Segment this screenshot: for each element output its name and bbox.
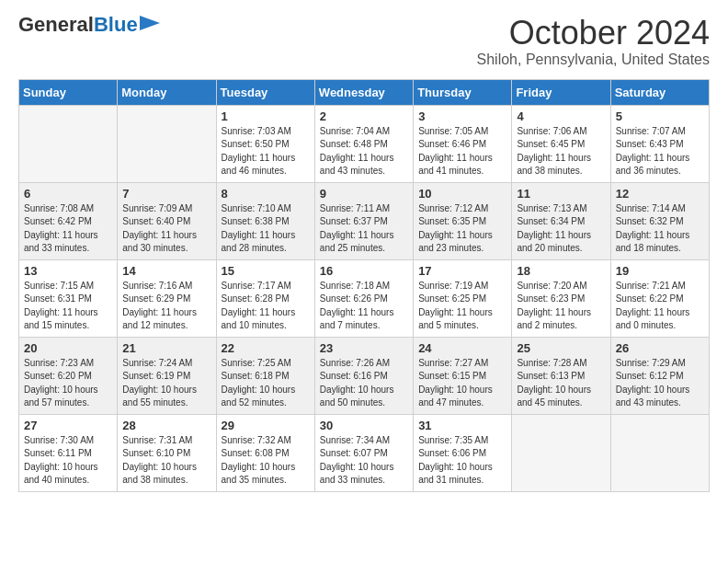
calendar-cell bbox=[19, 105, 118, 182]
calendar-week-row: 20Sunrise: 7:23 AM Sunset: 6:20 PM Dayli… bbox=[19, 337, 710, 414]
cell-info: Sunrise: 7:23 AM Sunset: 6:20 PM Dayligh… bbox=[24, 358, 98, 408]
cell-info: Sunrise: 7:29 AM Sunset: 6:12 PM Dayligh… bbox=[616, 358, 690, 408]
day-number: 4 bbox=[517, 109, 605, 123]
day-number: 26 bbox=[616, 341, 704, 355]
cell-info: Sunrise: 7:17 AM Sunset: 6:28 PM Dayligh… bbox=[222, 281, 296, 331]
cell-info: Sunrise: 7:14 AM Sunset: 6:32 PM Dayligh… bbox=[616, 203, 690, 254]
day-number: 24 bbox=[418, 341, 506, 355]
cell-info: Sunrise: 7:07 AM Sunset: 6:43 PM Dayligh… bbox=[616, 126, 690, 177]
day-number: 12 bbox=[616, 187, 704, 201]
day-number: 6 bbox=[24, 187, 112, 201]
cell-info: Sunrise: 7:12 AM Sunset: 6:35 PM Dayligh… bbox=[418, 203, 493, 254]
calendar-cell: 23Sunrise: 7:26 AM Sunset: 6:16 PM Dayli… bbox=[314, 337, 413, 414]
svg-marker-0 bbox=[140, 16, 160, 30]
day-number: 2 bbox=[320, 109, 408, 123]
calendar-cell: 15Sunrise: 7:17 AM Sunset: 6:28 PM Dayli… bbox=[216, 259, 314, 337]
day-number: 30 bbox=[320, 419, 408, 432]
calendar-cell bbox=[118, 105, 216, 182]
calendar-cell: 18Sunrise: 7:20 AM Sunset: 6:23 PM Dayli… bbox=[512, 259, 610, 337]
title-block: October 2024 Shiloh, Pennsylvania, Unite… bbox=[477, 15, 710, 68]
cell-info: Sunrise: 7:03 AM Sunset: 6:50 PM Dayligh… bbox=[222, 126, 296, 177]
cell-info: Sunrise: 7:21 AM Sunset: 6:22 PM Dayligh… bbox=[616, 281, 690, 331]
calendar-cell: 7Sunrise: 7:09 AM Sunset: 6:40 PM Daylig… bbox=[118, 182, 216, 259]
cell-info: Sunrise: 7:30 AM Sunset: 6:11 PM Dayligh… bbox=[24, 435, 98, 486]
day-number: 10 bbox=[418, 187, 506, 201]
day-number: 3 bbox=[418, 109, 506, 123]
cell-info: Sunrise: 7:10 AM Sunset: 6:38 PM Dayligh… bbox=[222, 203, 296, 254]
calendar-cell: 8Sunrise: 7:10 AM Sunset: 6:38 PM Daylig… bbox=[216, 182, 314, 259]
calendar-cell: 1Sunrise: 7:03 AM Sunset: 6:50 PM Daylig… bbox=[216, 105, 314, 182]
month-title: October 2024 bbox=[477, 15, 710, 52]
calendar-cell: 3Sunrise: 7:05 AM Sunset: 6:46 PM Daylig… bbox=[414, 105, 512, 182]
day-number: 1 bbox=[222, 109, 310, 123]
day-number: 23 bbox=[320, 341, 408, 355]
calendar-cell: 9Sunrise: 7:11 AM Sunset: 6:37 PM Daylig… bbox=[314, 182, 413, 259]
day-header-friday: Friday bbox=[512, 79, 610, 105]
day-number: 31 bbox=[418, 419, 506, 432]
cell-info: Sunrise: 7:11 AM Sunset: 6:37 PM Dayligh… bbox=[320, 203, 394, 254]
cell-info: Sunrise: 7:20 AM Sunset: 6:23 PM Dayligh… bbox=[517, 281, 591, 331]
calendar-cell: 13Sunrise: 7:15 AM Sunset: 6:31 PM Dayli… bbox=[19, 259, 118, 337]
calendar-cell: 24Sunrise: 7:27 AM Sunset: 6:15 PM Dayli… bbox=[414, 337, 512, 414]
day-number: 16 bbox=[320, 264, 408, 278]
day-number: 25 bbox=[517, 341, 605, 355]
cell-info: Sunrise: 7:04 AM Sunset: 6:48 PM Dayligh… bbox=[320, 126, 394, 177]
day-number: 17 bbox=[418, 264, 506, 278]
cell-info: Sunrise: 7:26 AM Sunset: 6:16 PM Dayligh… bbox=[320, 358, 394, 408]
cell-info: Sunrise: 7:15 AM Sunset: 6:31 PM Dayligh… bbox=[24, 281, 98, 331]
cell-info: Sunrise: 7:24 AM Sunset: 6:19 PM Dayligh… bbox=[122, 358, 197, 408]
calendar-cell: 29Sunrise: 7:32 AM Sunset: 6:08 PM Dayli… bbox=[216, 414, 314, 491]
calendar-week-row: 6Sunrise: 7:08 AM Sunset: 6:42 PM Daylig… bbox=[19, 182, 710, 259]
day-number: 19 bbox=[616, 264, 704, 278]
calendar-cell: 11Sunrise: 7:13 AM Sunset: 6:34 PM Dayli… bbox=[512, 182, 610, 259]
calendar-cell: 12Sunrise: 7:14 AM Sunset: 6:32 PM Dayli… bbox=[610, 182, 709, 259]
calendar-cell: 4Sunrise: 7:06 AM Sunset: 6:45 PM Daylig… bbox=[512, 105, 610, 182]
cell-info: Sunrise: 7:05 AM Sunset: 6:46 PM Dayligh… bbox=[418, 126, 493, 177]
cell-info: Sunrise: 7:25 AM Sunset: 6:18 PM Dayligh… bbox=[222, 358, 296, 408]
calendar-header-row: SundayMondayTuesdayWednesdayThursdayFrid… bbox=[19, 79, 710, 105]
calendar-cell: 19Sunrise: 7:21 AM Sunset: 6:22 PM Dayli… bbox=[610, 259, 709, 337]
day-header-saturday: Saturday bbox=[610, 79, 709, 105]
calendar-cell: 14Sunrise: 7:16 AM Sunset: 6:29 PM Dayli… bbox=[118, 259, 216, 337]
cell-info: Sunrise: 7:06 AM Sunset: 6:45 PM Dayligh… bbox=[517, 126, 591, 177]
day-header-tuesday: Tuesday bbox=[216, 79, 314, 105]
calendar-week-row: 13Sunrise: 7:15 AM Sunset: 6:31 PM Dayli… bbox=[19, 259, 710, 337]
location: Shiloh, Pennsylvania, United States bbox=[477, 52, 710, 68]
cell-info: Sunrise: 7:19 AM Sunset: 6:25 PM Dayligh… bbox=[418, 281, 493, 331]
calendar-cell: 31Sunrise: 7:35 AM Sunset: 6:06 PM Dayli… bbox=[414, 414, 512, 491]
calendar-cell: 22Sunrise: 7:25 AM Sunset: 6:18 PM Dayli… bbox=[216, 337, 314, 414]
day-number: 22 bbox=[222, 341, 310, 355]
day-header-wednesday: Wednesday bbox=[314, 79, 413, 105]
calendar-cell: 2Sunrise: 7:04 AM Sunset: 6:48 PM Daylig… bbox=[314, 105, 413, 182]
calendar-cell: 10Sunrise: 7:12 AM Sunset: 6:35 PM Dayli… bbox=[414, 182, 512, 259]
calendar-cell bbox=[512, 414, 610, 491]
logo: GeneralBlue bbox=[18, 15, 160, 35]
calendar-cell: 25Sunrise: 7:28 AM Sunset: 6:13 PM Dayli… bbox=[512, 337, 610, 414]
calendar-cell: 28Sunrise: 7:31 AM Sunset: 6:10 PM Dayli… bbox=[118, 414, 216, 491]
day-number: 18 bbox=[517, 264, 605, 278]
cell-info: Sunrise: 7:27 AM Sunset: 6:15 PM Dayligh… bbox=[418, 358, 493, 408]
calendar-cell: 26Sunrise: 7:29 AM Sunset: 6:12 PM Dayli… bbox=[610, 337, 709, 414]
header: GeneralBlue October 2024 Shiloh, Pennsyl… bbox=[18, 15, 710, 68]
cell-info: Sunrise: 7:28 AM Sunset: 6:13 PM Dayligh… bbox=[517, 358, 591, 408]
day-number: 5 bbox=[616, 109, 704, 123]
day-number: 28 bbox=[122, 419, 210, 432]
day-number: 14 bbox=[122, 264, 210, 278]
calendar-cell: 17Sunrise: 7:19 AM Sunset: 6:25 PM Dayli… bbox=[414, 259, 512, 337]
cell-info: Sunrise: 7:08 AM Sunset: 6:42 PM Dayligh… bbox=[24, 203, 98, 254]
day-header-monday: Monday bbox=[118, 79, 216, 105]
calendar-cell bbox=[610, 414, 709, 491]
cell-info: Sunrise: 7:13 AM Sunset: 6:34 PM Dayligh… bbox=[517, 203, 591, 254]
calendar-cell: 30Sunrise: 7:34 AM Sunset: 6:07 PM Dayli… bbox=[314, 414, 413, 491]
logo-arrow-icon bbox=[140, 16, 160, 30]
day-number: 11 bbox=[517, 187, 605, 201]
calendar-cell: 16Sunrise: 7:18 AM Sunset: 6:26 PM Dayli… bbox=[314, 259, 413, 337]
day-number: 8 bbox=[222, 187, 310, 201]
calendar-cell: 6Sunrise: 7:08 AM Sunset: 6:42 PM Daylig… bbox=[19, 182, 118, 259]
day-number: 21 bbox=[122, 341, 210, 355]
calendar-cell: 21Sunrise: 7:24 AM Sunset: 6:19 PM Dayli… bbox=[118, 337, 216, 414]
day-number: 9 bbox=[320, 187, 408, 201]
day-number: 15 bbox=[222, 264, 310, 278]
calendar-cell: 5Sunrise: 7:07 AM Sunset: 6:43 PM Daylig… bbox=[610, 105, 709, 182]
calendar-week-row: 27Sunrise: 7:30 AM Sunset: 6:11 PM Dayli… bbox=[19, 414, 710, 491]
